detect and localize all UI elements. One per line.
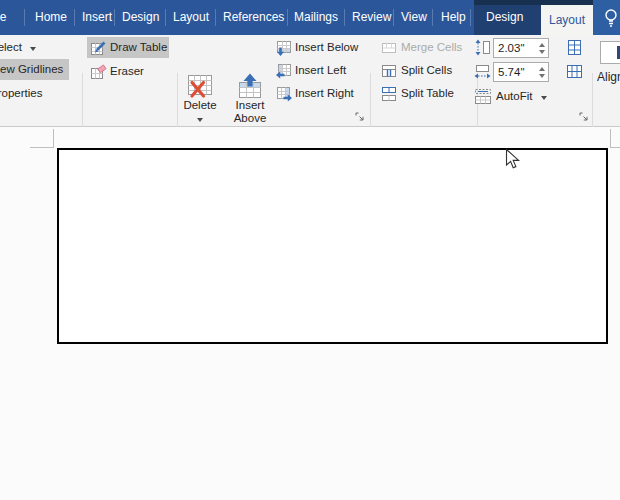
view-gridlines-button[interactable]: View Gridlines (0, 59, 69, 80)
tab-file[interactable]: File (0, 0, 6, 35)
split-cells-label: Split Cells (401, 64, 452, 76)
tab-separator (165, 9, 166, 26)
tab-separator (470, 9, 471, 26)
row-height-input[interactable] (498, 40, 534, 56)
draw-table-button[interactable]: Draw Table (87, 37, 169, 58)
distribute-rows-icon[interactable] (566, 39, 583, 56)
ribbon-tab-bar: File Home Insert Design Layout Reference… (0, 0, 620, 35)
split-cells-button[interactable]: Split Cells (377, 60, 473, 81)
split-cells-icon (381, 63, 397, 79)
tab-insert[interactable]: Insert (82, 0, 112, 35)
tab-references[interactable]: References (223, 0, 284, 35)
cell-size-dialog-launcher-icon[interactable] (579, 112, 589, 122)
tab-separator (24, 9, 25, 26)
tab-help[interactable]: Help (441, 0, 466, 35)
delete-label: Delete (180, 99, 220, 112)
eraser-icon (91, 64, 107, 80)
insert-right-button[interactable]: Insert Right (273, 83, 368, 104)
column-width-icon (474, 63, 491, 80)
insert-left-icon (276, 63, 292, 79)
insert-below-button[interactable]: Insert Below (273, 37, 368, 58)
column-width-field[interactable] (493, 62, 549, 82)
ribbon: Select View Gridlines Properties Table D… (0, 35, 620, 127)
column-width-input[interactable] (498, 64, 534, 80)
width-spin-down-icon[interactable] (539, 74, 545, 78)
insert-below-icon (276, 40, 292, 56)
insert-left-label: Insert Left (295, 64, 346, 76)
margin-crop-mark-top-left-h (30, 147, 54, 148)
mouse-cursor (505, 148, 522, 171)
tab-table-layout-selected[interactable]: Layout (541, 5, 593, 35)
margin-crop-mark-top-left-v (53, 129, 54, 148)
view-gridlines-label: View Gridlines (0, 63, 63, 75)
height-spin-down-icon[interactable] (539, 50, 545, 54)
insert-left-button[interactable]: Insert Left (273, 60, 368, 81)
tab-review[interactable]: Review (352, 0, 391, 35)
lightbulb-icon (602, 7, 620, 29)
insert-above-label-1: Insert (224, 99, 276, 112)
split-table-icon (381, 86, 397, 102)
tab-separator (344, 9, 345, 26)
tab-separator (287, 9, 288, 26)
document-canvas[interactable] (0, 127, 620, 500)
width-spin-up-icon[interactable] (539, 67, 545, 71)
insert-above-label-2: Above (224, 112, 276, 125)
select-button[interactable]: Select (0, 37, 36, 58)
insert-right-icon (276, 86, 292, 102)
rows-columns-dialog-launcher-icon[interactable] (355, 112, 365, 122)
insert-right-label: Insert Right (295, 87, 354, 99)
drawn-table[interactable] (57, 148, 608, 344)
word-window: File Home Insert Design Layout Reference… (0, 0, 620, 500)
draw-table-label: Draw Table (110, 41, 167, 53)
insert-below-label: Insert Below (295, 41, 358, 53)
tab-separator (74, 9, 75, 26)
properties-button[interactable]: Properties (0, 83, 42, 104)
merge-cells-button: Merge Cells (377, 37, 473, 58)
delete-table-icon (187, 73, 213, 99)
height-spin-up-icon[interactable] (539, 43, 545, 47)
chevron-down-icon (197, 118, 203, 122)
eraser-label: Eraser (110, 65, 144, 77)
tab-separator (114, 9, 115, 26)
row-height-field[interactable] (493, 38, 549, 58)
autofit-button[interactable]: AutoFit (474, 86, 560, 107)
select-label: Select (0, 41, 22, 53)
alignment-group-label-partial: Alignment (597, 70, 620, 84)
merge-cells-icon (381, 40, 397, 56)
properties-label: Properties (0, 87, 42, 99)
margin-crop-mark-top-right-h (610, 147, 620, 148)
tab-home[interactable]: Home (35, 0, 67, 35)
alignment-button-partial[interactable] (600, 41, 620, 64)
split-table-label: Split Table (401, 87, 454, 99)
tab-table-design[interactable]: Design (486, 0, 523, 35)
autofit-label: AutoFit (496, 90, 532, 102)
autofit-icon (474, 88, 492, 105)
chevron-down-icon (541, 96, 547, 100)
tab-mailings[interactable]: Mailings (294, 0, 338, 35)
margin-crop-mark-top-right-v (610, 129, 611, 148)
draw-table-icon (91, 40, 107, 56)
tell-me-button[interactable] (593, 0, 620, 35)
tab-view[interactable]: View (401, 0, 427, 35)
eraser-button[interactable]: Eraser (87, 61, 157, 82)
merge-cells-label: Merge Cells (401, 41, 462, 53)
tab-design[interactable]: Design (122, 0, 159, 35)
distribute-columns-icon[interactable] (566, 63, 583, 80)
tab-layout[interactable]: Layout (173, 0, 209, 35)
tab-separator (432, 9, 433, 26)
tab-separator (393, 9, 394, 26)
tab-separator (215, 9, 216, 26)
chevron-down-icon (30, 47, 36, 51)
split-table-button[interactable]: Split Table (377, 83, 473, 104)
insert-above-icon (237, 73, 263, 99)
row-height-icon (474, 39, 491, 56)
